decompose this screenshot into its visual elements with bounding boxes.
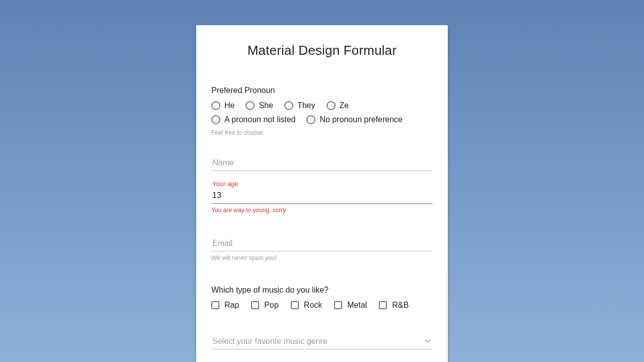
name-input[interactable] [211,155,433,171]
checkbox-label: R&B [392,301,409,310]
music-section: Which type of music do you like? Rap Pop… [211,286,433,310]
radio-label: She [259,101,273,110]
checkbox-icon [291,301,299,309]
music-checkbox-row: Rap Pop Rock Metal R&B [211,301,433,310]
checkbox-icon [211,301,219,309]
email-input[interactable] [211,236,433,251]
radio-label: Ze [340,101,349,110]
radio-label: A pronoun not listed [224,115,295,124]
radio-icon [246,101,255,110]
checkbox-icon [251,301,259,309]
radio-label: No pronoun preference [319,115,403,124]
radio-icon [284,101,293,110]
radio-she[interactable]: She [246,101,273,110]
radio-not-listed[interactable]: A pronoun not listed [211,115,295,124]
age-field: Your age You are way to young, sorry [211,188,433,214]
checkbox-label: Pop [264,301,278,310]
checkbox-rap[interactable]: Rap [211,301,239,310]
checkbox-label: Metal [347,301,367,310]
radio-he[interactable]: He [211,101,234,110]
pronoun-hint: Feel free to choose [211,129,433,136]
checkbox-icon [334,301,342,309]
checkbox-pop[interactable]: Pop [251,301,278,310]
page-title: Material Design Formular [211,43,433,58]
checkbox-rnb[interactable]: R&B [379,301,409,310]
age-label: Your age [212,180,238,188]
email-field: We will never spam you! [211,236,433,261]
pronoun-row-1: He She They Ze [211,101,433,110]
radio-they[interactable]: They [284,101,315,110]
pronoun-row-2: A pronoun not listed No pronoun preferen… [211,115,433,124]
pronoun-label: Prefered Pronoun [211,86,433,95]
pronoun-section: Prefered Pronoun He She They Ze A pro [211,86,433,136]
chevron-down-icon [425,338,431,344]
checkbox-metal[interactable]: Metal [334,301,367,310]
checkbox-label: Rock [304,301,322,310]
checkbox-label: Rap [224,301,239,310]
checkbox-rock[interactable]: Rock [291,301,322,310]
radio-icon [306,115,315,124]
music-select[interactable]: Select your favorite music genre [211,334,433,349]
radio-label: He [224,101,234,110]
radio-label: They [297,101,315,110]
select-placeholder: Select your favorite music genre [212,337,328,345]
form-card: Material Design Formular Prefered Pronou… [196,25,448,362]
radio-icon [211,115,220,124]
radio-icon [211,101,220,110]
radio-no-preference[interactable]: No pronoun preference [306,115,403,124]
age-input[interactable] [211,188,433,204]
age-error: You are way to young, sorry [211,207,433,214]
checkbox-icon [379,301,387,309]
email-hint: We will never spam you! [211,254,433,261]
name-field [211,155,433,171]
radio-ze[interactable]: Ze [327,101,349,110]
music-label: Which type of music do you like? [211,286,433,295]
radio-icon [327,101,336,110]
